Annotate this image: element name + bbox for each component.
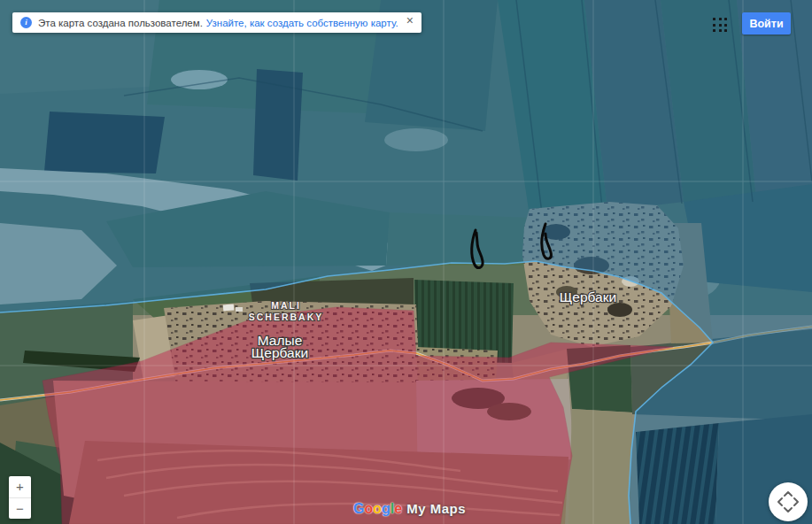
google-apps-grid-icon[interactable] [713,18,728,33]
label-mali-scherbaky-line1: MALI [271,300,301,311]
label-shcherbaki: Щербаки [560,289,616,304]
close-icon[interactable]: × [406,14,414,27]
google-logo: Google [353,501,402,517]
create-own-map-link[interactable]: Узнайте, как создать собственную карту. [206,18,398,28]
banner-message: Эта карта создана пользователем. [38,18,203,28]
label-malye-shcherbaki-line2: Щербаки [251,345,308,360]
info-icon: i [20,17,32,28]
user-map-banner: i Эта карта создана пользователем. Узнай… [12,12,421,33]
zoom-out-button[interactable]: − [9,497,31,519]
zoom-in-button[interactable]: + [9,476,31,497]
my-maps-app: MALI SCHERBAKY Малые Щербаки Щербаки i Э… [0,0,812,524]
label-mali-scherbaky-line2: SCHERBAKY [249,312,324,322]
map-canvas[interactable]: MALI SCHERBAKY Малые Щербаки Щербаки [0,0,812,524]
google-my-maps-watermark[interactable]: Google My Maps [353,501,466,517]
pan-control[interactable] [769,482,808,521]
pan-arrows-icon [769,482,808,521]
my-maps-label: My Maps [406,501,466,516]
zoom-control: + − [9,476,31,519]
sign-in-button[interactable]: Войти [742,12,791,35]
